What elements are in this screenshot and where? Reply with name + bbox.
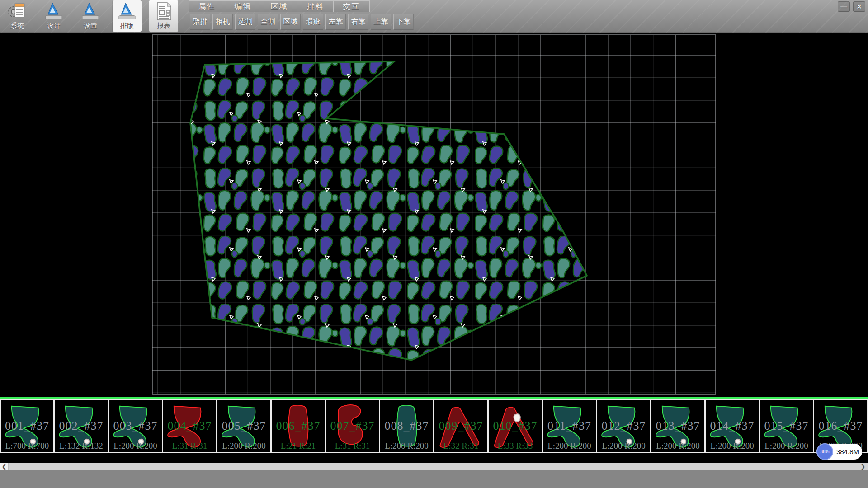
tab-label: 设计 — [47, 22, 61, 29]
tab-label: 排版 — [120, 22, 134, 29]
percent-value: 38% — [820, 449, 829, 454]
tab-label: 设置 — [84, 22, 97, 29]
report-icon — [154, 2, 174, 21]
piece-thumbnail-shape — [435, 401, 486, 451]
piece-thumbnail-shape — [164, 401, 215, 451]
thumbnail-cell[interactable]: 012_#37L:200 R:200 — [597, 399, 651, 453]
tool-button[interactable]: 区域 — [280, 14, 301, 30]
window-controls: — ✕ — [838, 1, 865, 12]
set-square-icon — [44, 2, 64, 21]
piece-thumbnail-shape — [1, 401, 53, 451]
tool-button[interactable]: 聚排 — [190, 14, 210, 30]
piece-thumbnail-shape — [543, 401, 595, 451]
tool-button[interactable]: 下靠 — [393, 14, 414, 30]
piece-thumbnail-shape — [55, 401, 107, 451]
piece-thumbnail-shape — [706, 401, 758, 451]
thumbnail-cell[interactable]: 013_#37L:200 R:200 — [651, 399, 705, 453]
thumbnail-cell[interactable]: 006_#37L:21 R:21 — [271, 399, 326, 453]
memory-badge[interactable]: 38% 384.8M — [816, 444, 862, 460]
set-square-icon — [80, 2, 100, 21]
menu-item[interactable]: 交互 — [334, 0, 370, 12]
gear-document-icon — [7, 2, 27, 21]
tab-label: 系统 — [10, 22, 24, 29]
piece-thumbnail-shape — [109, 401, 161, 451]
main-mode-tabs: 系统 设计 设置 排版 报表 — [3, 0, 178, 32]
main-toolbar: 系统 设计 设置 排版 报表 属性编辑区域排料交互 聚排相机选割全割区域瑕疵左靠… — [0, 0, 868, 33]
piece-thumbnail-shape — [381, 401, 432, 451]
tool-button[interactable]: 右靠 — [348, 14, 368, 30]
set-square-icon — [82, 3, 99, 19]
tab-设置[interactable]: 设置 — [76, 0, 105, 32]
report-icon — [157, 3, 171, 20]
piece-thumbnail-shape — [272, 401, 324, 451]
tool-button[interactable]: 瑕疵 — [303, 14, 323, 30]
thumbnail-cell[interactable]: 002_#37L:132 R:132 — [54, 399, 108, 453]
thumbnail-cell[interactable]: 009_#37L:32 R:31 — [434, 399, 488, 453]
percent-circle-icon: 38% — [816, 443, 833, 460]
tab-设计[interactable]: 设计 — [39, 0, 68, 32]
nesting-canvas[interactable] — [0, 33, 868, 397]
set-square-icon — [119, 3, 135, 19]
tool-row: 聚排相机选割全割区域瑕疵左靠右靠上靠下靠 — [190, 14, 414, 30]
tool-button[interactable]: 全割 — [258, 14, 278, 30]
horizontal-scrollbar[interactable]: ❮ ❯ — [0, 463, 868, 470]
thumbnail-cell[interactable]: 008_#37L:200 R:200 — [380, 399, 434, 453]
close-button[interactable]: ✕ — [853, 1, 865, 12]
piece-thumbnail-shape — [652, 401, 703, 451]
scroll-right-button[interactable]: ❯ — [859, 463, 867, 470]
tool-button[interactable]: 选割 — [235, 14, 255, 30]
piece-thumbnail-shape — [489, 401, 541, 451]
piece-thumbnail-shape — [218, 401, 269, 451]
set-square-icon — [117, 2, 137, 21]
thumbnail-cell[interactable]: 004_#37L:31 R:31 — [163, 399, 217, 453]
tool-button[interactable]: 上靠 — [371, 14, 391, 30]
menu-item[interactable]: 编辑 — [225, 0, 261, 12]
tab-排版[interactable]: 排版 — [113, 0, 142, 32]
scroll-left-button[interactable]: ❮ — [0, 463, 8, 470]
thumbnail-cell[interactable]: 005_#37L:200 R:200 — [217, 399, 271, 453]
tab-系统[interactable]: 系统 — [3, 0, 32, 32]
menu-item[interactable]: 属性 — [189, 0, 225, 12]
set-square-icon — [46, 3, 62, 19]
thumbnail-cell[interactable]: 011_#37L:200 R:200 — [542, 399, 597, 453]
tool-button[interactable]: 左靠 — [326, 14, 346, 30]
thumbnail-cell[interactable]: 010_#37L:33 R:33 — [488, 399, 542, 453]
piece-thumbnail-shape — [326, 401, 378, 451]
menu-row: 属性编辑区域排料交互 — [189, 0, 370, 12]
tab-报表[interactable]: 报表 — [149, 0, 178, 32]
thumbnail-cell[interactable]: 007_#37L:31 R:31 — [326, 399, 380, 453]
menu-item[interactable]: 排料 — [297, 0, 334, 12]
thumbnail-cell[interactable]: 001_#37L:700 R:700 — [0, 399, 54, 453]
gear-document-icon — [9, 4, 24, 17]
status-bar — [0, 470, 868, 488]
canvas-svg — [0, 33, 868, 397]
thumbnail-cell[interactable]: 003_#37L:200 R:200 — [108, 399, 163, 453]
minimize-button[interactable]: — — [838, 1, 850, 12]
tab-label: 报表 — [157, 22, 170, 29]
piece-thumbnail-shape — [598, 401, 649, 451]
tool-button[interactable]: 相机 — [212, 14, 233, 30]
menu-item[interactable]: 区域 — [261, 0, 297, 12]
piece-filmstrip: 001_#37L:700 R:700002_#37L:132 R:132003_… — [0, 399, 868, 453]
thumbnail-cell[interactable]: 014_#37L:200 R:200 — [705, 399, 760, 453]
piece-thumbnail-shape — [760, 401, 812, 451]
memory-value: 384.8M — [836, 444, 859, 460]
thumbnail-cell[interactable]: 015_#37L:200 R:200 — [760, 399, 814, 453]
